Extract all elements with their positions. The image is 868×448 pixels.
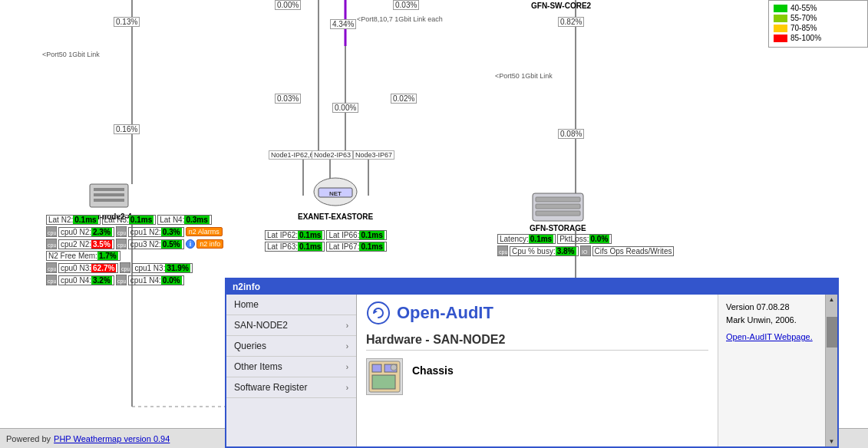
cpu0-n3-box: cpu0 N3: 62.7%	[58, 263, 118, 273]
weathermap-link[interactable]: PHP Weathermap version 0.94	[54, 434, 170, 443]
pct-0.03a: 0.03%	[393, 0, 419, 10]
link-desc-port8: <Port8,10,7 1Gbit Link each	[357, 15, 443, 23]
n2-free-mem-box: N2 Free Mem: 1.7%	[46, 251, 120, 261]
app-header: Open-AudIT	[366, 301, 708, 325]
nav-san-arrow: ›	[346, 321, 348, 330]
svg-rect-20	[536, 204, 580, 209]
cpu3-n2-box: cpu3 N2: 0.5%	[128, 239, 184, 249]
legend-color-2	[774, 15, 787, 22]
link-desc-port50-left: <Port50 1Gbit Link	[42, 51, 100, 58]
cpu-icon-n2-0: cpu	[46, 226, 57, 237]
nav-software-label: Software Register	[234, 382, 307, 393]
gfn-sw-core2-label: GFN-SW-CORE2	[531, 2, 591, 10]
n2-info-label[interactable]: n2 info	[196, 239, 223, 249]
nav-queries-label: Queries	[234, 341, 266, 351]
nav-software-arrow: ›	[346, 384, 348, 392]
n2info-sidebar: Version 07.08.28 Mark Unwin, 2006. Open-…	[718, 295, 825, 446]
legend-label-3: 70-85%	[790, 24, 817, 32]
n2-alarms-btn[interactable]: n2 Alarms	[186, 227, 223, 236]
legend-color-1	[774, 5, 787, 12]
legend-label-4: 85-100%	[790, 34, 821, 42]
exanet-exastore-label: EXANET-EXASTORE	[298, 212, 373, 221]
cpu0-n4-box: cpu0 N4: 3.2%	[58, 275, 114, 285]
cpu2-n2-box: cpu2 N2: 3.5%	[58, 239, 114, 249]
refresh-icon	[366, 301, 391, 325]
nav-san-label: SAN-NODE2	[234, 320, 288, 331]
n2-info-btn[interactable]: i	[186, 239, 196, 249]
pct-0.00b: 0.00%	[332, 103, 358, 113]
version-text: Version 07.08.28	[726, 302, 790, 311]
nav-item-home[interactable]: Home	[226, 295, 356, 315]
cpu-icon-n2-2: cpu	[46, 239, 57, 249]
pct-4.34: 4.34%	[330, 19, 356, 29]
hardware-heading: Hardware - SAN-NODE2	[366, 333, 708, 351]
svg-text:cpu: cpu	[48, 266, 56, 272]
ip-node3: Node3-IP67	[353, 150, 394, 160]
svg-text:cpu: cpu	[48, 242, 56, 249]
svg-text:cpu: cpu	[117, 278, 126, 285]
svg-text:cpu: cpu	[48, 230, 56, 236]
lat-n3-box: Lat N3: 0.1ms	[102, 215, 157, 225]
svg-text:cpu: cpu	[48, 278, 56, 285]
svg-rect-47	[372, 375, 395, 389]
svg-point-48	[391, 364, 397, 371]
legend-label-2: 55-70%	[790, 14, 817, 22]
legend: 40-55% 55-70% 70-85% 85-100%	[768, 0, 868, 48]
nav-queries-arrow: ›	[346, 342, 348, 351]
lat-ip66-box: Lat IP66: 0.1ms	[326, 230, 386, 240]
lat-ip62-box: Lat IP62: 0.1ms	[265, 230, 325, 240]
svg-rect-45	[372, 364, 381, 372]
svg-text:NET: NET	[329, 190, 342, 197]
cifs-icon: IO	[580, 245, 591, 256]
pct-0.00a: 0.00%	[275, 0, 301, 10]
pct-0.02: 0.02%	[391, 94, 417, 104]
powered-by-text: Powered by	[6, 434, 51, 443]
svg-text:IO: IO	[582, 249, 588, 255]
exanet-exastore-icon: NET	[312, 176, 358, 211]
pct-0.08: 0.08%	[558, 129, 584, 139]
openaudit-webpage-link[interactable]: Open-AudIT Webpage.	[726, 332, 813, 341]
legend-item-2: 55-70%	[774, 14, 863, 22]
scrollbar: ▲ ▼	[825, 295, 837, 446]
scroll-thumb[interactable]	[827, 317, 837, 348]
san-metrics: Lat N2: 0.1ms Lat N3: 0.1ms Lat N4: 0.3m…	[46, 215, 223, 287]
ip-node2: Node2-IP63	[312, 150, 353, 160]
lat-ip63-box: Lat IP63: 0.1ms	[265, 242, 325, 252]
svg-marker-43	[374, 310, 378, 314]
pct-0.82: 0.82%	[558, 17, 584, 27]
n2info-nav: Home SAN-NODE2 › Queries › Other Items ›…	[226, 295, 357, 446]
scroll-up-arrow[interactable]: ▲	[827, 295, 837, 305]
gfn-storage-metrics: Latency: 0.1ms PktLoss: 0.0% cpu Cpu % b…	[497, 234, 674, 256]
n2info-panel: n2info Home SAN-NODE2 › Queries › Other …	[225, 278, 839, 448]
svg-text:cpu: cpu	[121, 266, 130, 272]
nav-item-software-register[interactable]: Software Register ›	[226, 377, 356, 398]
n2info-main: Open-AudIT Hardware - SAN-NODE2 Chassis	[357, 295, 718, 446]
version-info: Version 07.08.28 Mark Unwin, 2006.	[726, 301, 817, 326]
svg-rect-12	[94, 188, 124, 191]
legend-label-1: 40-55%	[790, 4, 817, 12]
svg-rect-19	[536, 197, 580, 202]
cpu0-n2-box: cpu0 N2: 2.3%	[58, 227, 114, 237]
gfn-storage-icon	[531, 192, 585, 222]
hardware-chassis-row: Chassis	[366, 358, 708, 395]
cpu-icon-n2-3: cpu	[116, 239, 127, 249]
legend-item-1: 40-55%	[774, 4, 863, 12]
nav-item-queries[interactable]: Queries ›	[226, 336, 356, 357]
cpu-icon-n2-1: cpu	[116, 226, 127, 237]
scroll-down-arrow[interactable]: ▼	[827, 436, 837, 446]
nav-item-san-node2[interactable]: SAN-NODE2 ›	[226, 315, 356, 336]
cpu-icon-n3-1: cpu	[120, 262, 130, 273]
nav-other-arrow: ›	[346, 363, 348, 371]
pct-0.16: 0.16%	[114, 124, 140, 134]
pct-0.03b: 0.03%	[275, 94, 301, 104]
lat-n4-box: Lat N4: 0.3ms	[157, 215, 212, 225]
gfn-cifs-box: Cifs Ops Reads/Writes	[592, 246, 675, 256]
link-desc-port50-right: <Port50 1Gbit Link	[495, 72, 553, 80]
nav-item-other-items[interactable]: Other Items ›	[226, 357, 356, 377]
cpu-icon-gfn: cpu	[497, 245, 508, 256]
nav-other-label: Other Items	[234, 361, 282, 372]
cpu-icon-n4-1: cpu	[116, 275, 127, 285]
cpu1-n2-box: cpu1 N2: 0.3%	[128, 227, 184, 237]
svg-rect-13	[94, 193, 124, 196]
legend-item-3: 70-85%	[774, 24, 863, 32]
